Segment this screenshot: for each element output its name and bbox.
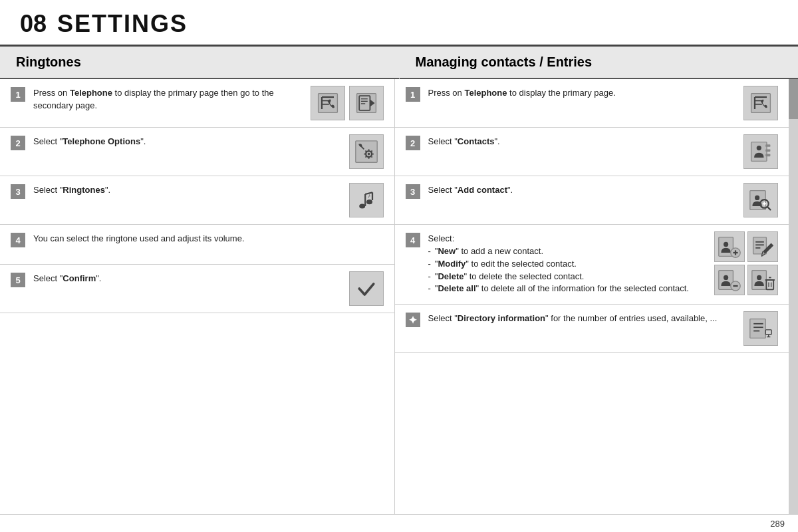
chapter-number: 08 xyxy=(20,10,47,37)
svg-line-18 xyxy=(365,151,366,152)
step-content-left-4: You can select the ringtone used and adj… xyxy=(33,231,384,245)
step-left-5: 5 Select "Confirm". xyxy=(0,265,394,313)
svg-point-61 xyxy=(757,275,761,280)
svg-point-46 xyxy=(724,242,728,247)
step-left-2: 2 Select "Telephone Options". xyxy=(0,128,394,176)
svg-point-40 xyxy=(755,196,759,200)
svg-rect-34 xyxy=(751,142,767,162)
svg-rect-67 xyxy=(750,319,765,338)
step-right-star: ✦ Select "Directory information" for the… xyxy=(395,305,789,353)
page-number-bar: 289 xyxy=(0,514,798,532)
svg-point-23 xyxy=(359,203,365,208)
step-icons-right-2 xyxy=(743,134,778,169)
delete-icon xyxy=(714,265,745,295)
step-content-right-4: Select: "New" to add a new contact. "Mod… xyxy=(428,231,708,295)
svg-line-20 xyxy=(365,156,366,157)
svg-rect-71 xyxy=(765,330,771,334)
step-content-right-1: Press on Telephone to display the primar… xyxy=(428,86,737,100)
step-right-3: 3 Select "Add contact". xyxy=(395,176,789,225)
main-content: 1 Press on Telephone to display the prim… xyxy=(0,79,798,514)
ringtones-icon: ♪ xyxy=(349,183,384,217)
step-content-left-2: Select "Telephone Options". xyxy=(33,134,342,148)
step-right-1: 1 Press on Telephone to display the prim… xyxy=(395,79,789,128)
step-content-left-1: Press on Telephone to display the primar… xyxy=(33,86,304,112)
svg-rect-37 xyxy=(765,149,770,152)
svg-point-57 xyxy=(724,275,728,280)
svg-point-27 xyxy=(366,200,372,204)
page-number: 289 xyxy=(770,519,785,529)
step-content-right-2: Select "Contacts". xyxy=(428,134,737,148)
telephone-icon-r xyxy=(743,86,778,120)
scrollbar-thumb[interactable] xyxy=(789,79,798,119)
step-number-2: 2 xyxy=(11,136,25,150)
step-right-number-2: 2 xyxy=(406,136,420,150)
step-right-2: 2 Select "Contacts". xyxy=(395,128,789,176)
telephone-icon xyxy=(311,86,345,120)
delete-all-icon xyxy=(747,265,778,295)
step-content-left-3: Select "Ringtones". xyxy=(33,183,342,197)
ringtones-column: 1 Press on Telephone to display the prim… xyxy=(0,79,395,514)
svg-text:♪: ♪ xyxy=(367,192,370,199)
contacts-icon xyxy=(743,134,778,169)
contacts-column: 1 Press on Telephone to display the prim… xyxy=(395,79,789,514)
step-icons-left-1 xyxy=(311,86,384,120)
svg-line-21 xyxy=(371,151,372,152)
step-right-number-1: 1 xyxy=(406,87,420,102)
managing-contacts-label: Managing contacts / Entries xyxy=(416,55,593,69)
modify-icon xyxy=(747,231,778,262)
directory-info-icon xyxy=(743,311,778,346)
ringtones-section-header: Ringtones xyxy=(0,47,400,78)
step-icons-left-3: ♪ xyxy=(349,183,384,217)
step-content-right-star: Select "Directory information" for the n… xyxy=(428,311,737,325)
step-icons-right-3 xyxy=(743,183,778,217)
ringtones-label: Ringtones xyxy=(16,55,81,69)
step-icons-left-2 xyxy=(349,134,384,169)
svg-rect-38 xyxy=(765,154,770,157)
svg-rect-36 xyxy=(765,144,770,147)
step-content-right-3: Select "Add contact". xyxy=(428,183,737,197)
step-icons-right-1 xyxy=(743,86,778,120)
step-number-4: 4 xyxy=(11,233,25,247)
step-right-number-4: 4 xyxy=(406,233,420,247)
svg-point-13 xyxy=(367,153,370,156)
confirm-icon xyxy=(349,271,384,306)
step-right-number-3: 3 xyxy=(406,184,420,199)
section-headers: Ringtones Managing contacts / Entries xyxy=(0,47,798,79)
step-left-1: 1 Press on Telephone to display the prim… xyxy=(0,79,394,128)
svg-line-19 xyxy=(371,156,372,157)
managing-contacts-section-header: Managing contacts / Entries xyxy=(400,47,799,78)
step-number-3: 3 xyxy=(11,184,25,199)
step-left-4: 4 You can select the ringtone used and a… xyxy=(0,225,394,265)
svg-point-35 xyxy=(757,146,761,150)
svg-rect-62 xyxy=(766,280,773,289)
telephone-options-icon xyxy=(349,134,384,169)
new-contact-icon xyxy=(714,231,745,262)
step-right-star-number: ✦ xyxy=(406,313,420,327)
step-icons-right-4 xyxy=(714,231,778,295)
add-contact-icon xyxy=(743,183,778,217)
chapter-title: SETTINGS xyxy=(57,10,188,37)
step-number-1: 1 xyxy=(11,87,25,102)
secondary-page-icon xyxy=(349,86,384,120)
step-number-5: 5 xyxy=(11,273,25,287)
page-header: 08SETTINGS xyxy=(0,0,798,47)
step-left-3: 3 Select "Ringtones". xyxy=(0,176,394,225)
svg-line-42 xyxy=(767,207,771,210)
step-right-4: 4 Select: "New" to add a new contact. "M… xyxy=(395,225,789,305)
step-content-left-5: Select "Confirm". xyxy=(33,271,342,285)
step-icons-right-star xyxy=(743,311,778,346)
scrollbar-track[interactable] xyxy=(789,79,798,514)
step-icons-left-5 xyxy=(349,271,384,306)
